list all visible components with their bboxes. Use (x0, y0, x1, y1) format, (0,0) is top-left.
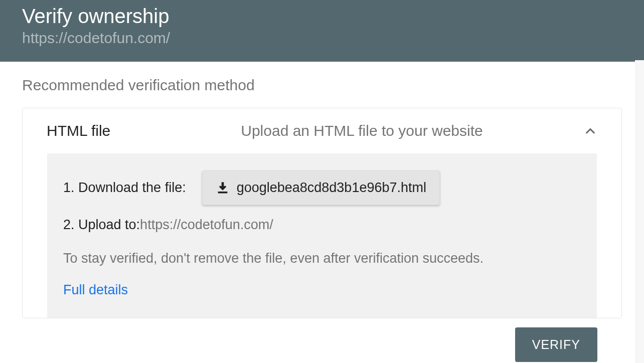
method-body: 1. Download the file: googlebea8cd8d3b1e… (47, 153, 597, 318)
step-1-label: 1. Download the file: (63, 180, 186, 196)
step-2-url: https://codetofun.com/ (140, 217, 273, 233)
chevron-up-icon (583, 124, 597, 138)
verification-note: To stay verified, don't remove the file,… (63, 251, 581, 266)
verification-method-card: HTML file Upload an HTML file to your we… (22, 108, 622, 318)
page-url: https://codetofun.com/ (22, 30, 622, 47)
method-title: HTML file (47, 122, 110, 139)
method-description: Upload an HTML file to your website (241, 122, 583, 139)
method-header[interactable]: HTML file Upload an HTML file to your we… (23, 108, 621, 153)
verify-button[interactable]: VERIFY (515, 327, 597, 362)
content-area: Recommended verification method HTML fil… (0, 62, 644, 363)
step-1-row: 1. Download the file: googlebea8cd8d3b1e… (63, 170, 581, 205)
page-title: Verify ownership (22, 5, 622, 28)
step-2-row: 2. Upload to: https://codetofun.com/ (63, 217, 581, 233)
svg-marker-0 (219, 186, 226, 190)
full-details-link[interactable]: Full details (63, 282, 581, 298)
download-filename: googlebea8cd8d3b1e96b7.html (237, 180, 426, 196)
download-icon (216, 181, 230, 195)
step-2-label: 2. Upload to: (63, 217, 140, 233)
scrollbar[interactable] (635, 60, 644, 363)
section-label: Recommended verification method (22, 77, 622, 94)
page-header: Verify ownership https://codetofun.com/ (0, 0, 644, 62)
verify-row: VERIFY (22, 327, 597, 362)
download-file-button[interactable]: googlebea8cd8d3b1e96b7.html (202, 170, 440, 205)
svg-rect-1 (218, 192, 227, 194)
